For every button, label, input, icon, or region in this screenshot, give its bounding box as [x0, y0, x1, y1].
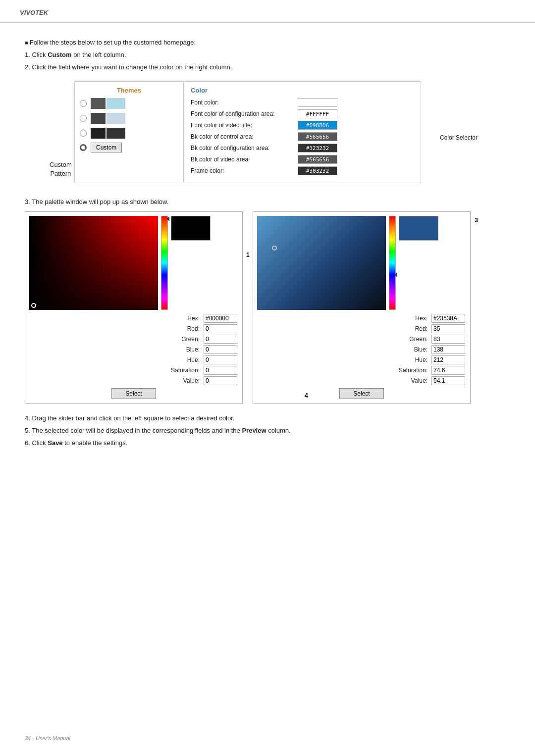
red-input-left[interactable]	[204, 324, 237, 333]
color-row-label-1: Font color of configuration area:	[191, 110, 295, 117]
color-swatch-5[interactable]: #565656	[298, 155, 337, 164]
color-row-label-5: Bk color of video area:	[191, 156, 295, 163]
hex-label-left: Hex:	[29, 315, 202, 322]
color-selector-label: Color Selector	[440, 134, 478, 141]
hex-label-right: Hex:	[257, 315, 429, 322]
hue-arrow-right	[394, 272, 397, 277]
color-row-4[interactable]: Bk color of configuration area: #323232	[191, 144, 414, 152]
val-input-left[interactable]	[204, 376, 237, 385]
theme-row-1[interactable]	[80, 98, 178, 109]
custom-button[interactable]: Custom	[91, 143, 122, 152]
color-row-2[interactable]: Font color of video title: #098BD6	[191, 121, 414, 130]
color-swatch-1[interactable]: #FFFFFF	[298, 109, 337, 118]
red-label-right: Red:	[257, 325, 429, 332]
theme-row-3[interactable]	[80, 128, 178, 139]
bottom-instructions: 4. Drag the slider bar and click on the …	[25, 413, 510, 448]
color-row-label-2: Font color of video title:	[191, 122, 295, 129]
themes-title: Themes	[80, 87, 178, 94]
sat-label-right: Saturation:	[257, 367, 429, 374]
fields-grid-left: Hex: Red: Green: Blue: Hue: Saturation: …	[29, 314, 238, 385]
color-row-label-6: Frame color:	[191, 167, 295, 174]
step4-instruction: 4. Drag the slider bar and click on the …	[25, 413, 510, 424]
step5-instruction: 5. The selected color will be displayed …	[25, 426, 510, 436]
step-num-4: 4	[305, 392, 308, 399]
select-button-left[interactable]: Select	[111, 388, 156, 399]
color-swatch-3[interactable]: #565656	[298, 132, 337, 141]
color-row-3[interactable]: Bk color of control area: #565656	[191, 132, 414, 141]
red-label-left: Red:	[29, 325, 202, 332]
gradient-bg-right	[257, 216, 386, 310]
green-input-left[interactable]	[204, 335, 237, 344]
step3-text: 3. The palette window will pop up as sho…	[25, 198, 510, 205]
color-panel-title: Color	[191, 87, 414, 94]
hue-slider-right[interactable]	[389, 216, 396, 310]
color-panel: Color Font color: Font color of configur…	[184, 82, 421, 183]
radio-custom[interactable]	[80, 144, 87, 151]
blue-input-right[interactable]	[431, 345, 465, 354]
palette-left-main	[29, 216, 238, 310]
hue-label-right: Hue:	[257, 356, 429, 363]
color-row-label-4: Bk color of configuration area:	[191, 145, 295, 151]
color-row-1[interactable]: Font color of configuration area: #FFFFF…	[191, 109, 414, 118]
footer-text: 34 - User's Manual	[25, 735, 70, 741]
hue-slider-left[interactable]	[161, 216, 168, 310]
palette-right-main	[257, 216, 466, 310]
color-gradient-right[interactable]	[257, 216, 386, 310]
gradient-overlay-left	[29, 216, 158, 310]
palette-panels: Hex: Red: Green: Blue: Hue: Saturation: …	[25, 211, 510, 403]
step-num-1: 1	[246, 252, 250, 258]
theme-preview-1	[91, 98, 125, 109]
custom-pattern-label: CustomPattern	[50, 160, 72, 178]
step2-instruction: 2. Click the field where you want to cha…	[25, 62, 510, 73]
select-button-right[interactable]: Select	[339, 388, 384, 399]
green-label-right: Green:	[257, 336, 429, 343]
color-swatch-2[interactable]: #098BD6	[298, 121, 337, 130]
sat-input-left[interactable]	[204, 366, 237, 375]
theme-preview-3	[91, 128, 125, 139]
step-num-3: 3	[475, 217, 478, 224]
radio-2[interactable]	[80, 115, 87, 122]
val-label-left: Value:	[29, 377, 202, 384]
color-preview-left	[171, 216, 211, 241]
sat-label-left: Saturation:	[29, 367, 202, 374]
green-label-left: Green:	[29, 336, 202, 343]
color-swatch-4[interactable]: #323232	[298, 144, 337, 152]
color-swatch-0[interactable]	[298, 98, 337, 107]
hex-input-left[interactable]	[204, 314, 237, 323]
hue-input-left[interactable]	[204, 355, 237, 364]
step6-instruction: 6. Click Save to enable the settings.	[25, 438, 510, 449]
hex-input-right[interactable]	[431, 314, 465, 323]
hue-label-left: Hue:	[29, 356, 202, 363]
palette-right: 1 2 3 4 Hex:	[253, 211, 471, 403]
val-input-right[interactable]	[431, 376, 465, 385]
color-row-5[interactable]: Bk color of video area: #565656	[191, 155, 414, 164]
hue-arrow-left	[166, 216, 169, 221]
color-row-label-3: Bk color of control area:	[191, 133, 295, 140]
step1-instruction: 1. Click Custom on the left column.	[25, 50, 510, 60]
color-row-0[interactable]: Font color:	[191, 98, 414, 107]
color-swatch-6[interactable]: #303232	[298, 166, 337, 175]
radio-3[interactable]	[80, 130, 87, 137]
val-label-right: Value:	[257, 377, 429, 384]
theme-preview-2	[91, 113, 125, 124]
color-gradient-left[interactable]	[29, 216, 158, 310]
blue-label-left: Blue:	[29, 346, 202, 353]
color-row-6[interactable]: Frame color: #303232	[191, 166, 414, 175]
palette-left: Hex: Red: Green: Blue: Hue: Saturation: …	[25, 211, 243, 403]
blue-label-right: Blue:	[257, 346, 429, 353]
green-input-right[interactable]	[431, 335, 465, 344]
red-input-right[interactable]	[431, 324, 465, 333]
radio-1[interactable]	[80, 100, 87, 107]
themes-panel: Themes	[75, 82, 184, 183]
color-rows: Font color: Font color of configuration …	[191, 98, 414, 175]
color-row-label-0: Font color:	[191, 99, 295, 106]
brand-label: VIVOTEK	[20, 9, 48, 16]
blue-input-left[interactable]	[204, 345, 237, 354]
sat-input-right[interactable]	[431, 366, 465, 375]
color-preview-right	[399, 216, 438, 241]
hue-input-right[interactable]	[431, 355, 465, 364]
fields-grid-right: Hex: Red: Green: Blue: Hue: Saturation: …	[257, 314, 466, 385]
custom-row[interactable]: Custom	[80, 143, 178, 152]
theme-row-2[interactable]	[80, 113, 178, 124]
intro-bullet: Follow the steps below to set up the cus…	[25, 38, 510, 48]
